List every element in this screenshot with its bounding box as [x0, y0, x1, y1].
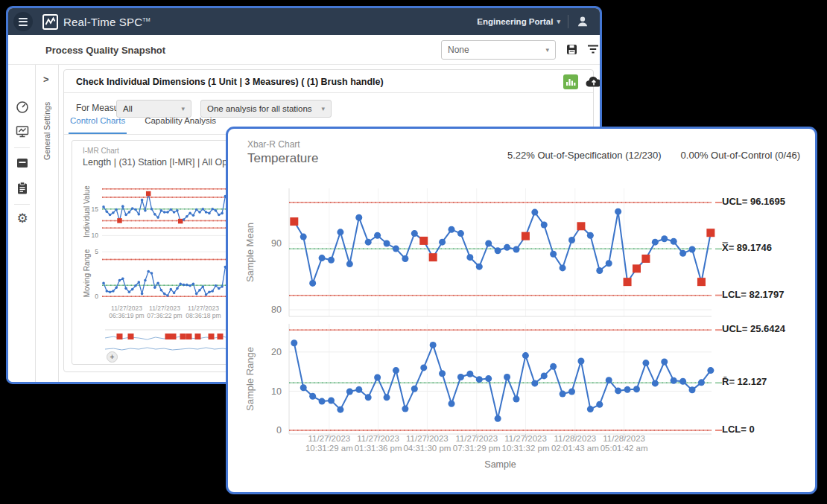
sidebar-item-settings-gear-icon[interactable]: ⚙: [15, 211, 30, 226]
svg-text:04:31:30 pm: 04:31:30 pm: [403, 444, 451, 453]
chart-detail-window: Xbar-R Chart Temperature 5.22% Out-of-Sp…: [226, 127, 817, 494]
svg-text:11/28/2023: 11/28/2023: [554, 434, 597, 443]
svg-text:11/27/2023: 11/27/2023: [111, 304, 142, 312]
caret-down-icon: ▾: [181, 105, 185, 112]
sidebar-item-storage-box[interactable]: [15, 156, 30, 170]
tab-capability-analysis[interactable]: Capability Analysis: [143, 116, 218, 134]
svg-text:0: 0: [95, 293, 98, 300]
navigator-zoom-button[interactable]: +: [107, 351, 118, 363]
svg-text:02:01:43 am: 02:01:43 am: [551, 444, 599, 453]
svg-text:11/27/2023: 11/27/2023: [149, 304, 180, 312]
svg-text:05:01:42 am: 05:01:42 am: [601, 444, 648, 453]
range-lcl-label: LCL= 0: [722, 424, 755, 435]
imr-chart-type-label: I-MR Chart: [83, 147, 119, 155]
measure-select[interactable]: All▾: [116, 100, 191, 118]
caret-down-icon: ▾: [557, 18, 560, 25]
hamburger-menu-icon[interactable]: [13, 12, 33, 31]
user-icon[interactable]: [576, 15, 589, 28]
sample-range-chart: 2010011/27/202310:31:29 am11/27/202301:3…: [228, 316, 815, 459]
screen: Real-Time SPCTM Engineering Portal ▾ Pro…: [0, 0, 827, 504]
svg-text:08:36:18 pm: 08:36:18 pm: [186, 312, 221, 319]
sidebar-item-process-monitor[interactable]: [15, 124, 30, 139]
trademark: TM: [142, 17, 150, 22]
tab-control-charts[interactable]: Control Charts: [69, 116, 127, 134]
sidebar-item-dashboard[interactable]: [15, 100, 30, 115]
svg-text:20: 20: [271, 347, 282, 357]
svg-text:11/27/2023: 11/27/2023: [455, 434, 498, 443]
panel-title: Check Individual Dimensions (1 Unit | 3 …: [76, 77, 384, 87]
page-title: Process Quality Snapshot: [45, 45, 165, 56]
general-settings-strip: > General Settings: [36, 65, 59, 382]
x-axis-title: Sample: [289, 459, 712, 470]
svg-text:90: 90: [271, 238, 282, 249]
toolbar: Process Quality Snapshot None ▾: [8, 35, 600, 65]
range-center-label: R̄= 12.127: [722, 376, 767, 387]
portal-selector[interactable]: Engineering Portal ▾: [477, 17, 560, 26]
svg-text:07:31:29 pm: 07:31:29 pm: [453, 444, 501, 453]
svg-text:11/28/2023: 11/28/2023: [603, 434, 645, 443]
caret-down-icon: ▾: [321, 105, 325, 112]
filter-icon[interactable]: [587, 44, 599, 55]
xbar-lcl-label: LCL= 82.1797: [722, 289, 784, 300]
sidebar-divider: [14, 204, 30, 205]
out-of-control-stat: 0.00% Out-of-Control (0/46): [681, 150, 800, 161]
svg-text:06:36:19 pm: 06:36:19 pm: [109, 312, 144, 319]
svg-text:11/27/2023: 11/27/2023: [406, 434, 449, 443]
cloud-export-icon[interactable]: [585, 75, 602, 89]
header-divider: [568, 15, 568, 28]
svg-text:11/27/2023: 11/27/2023: [504, 434, 547, 443]
xbar-center-label: X̿= 89.1746: [722, 242, 772, 253]
sidebar-item-clipboard[interactable]: [15, 181, 30, 196]
brand-logo-icon: [42, 14, 58, 30]
svg-text:01:31:36 pm: 01:31:36 pm: [355, 444, 402, 453]
svg-text:11/27/2023: 11/27/2023: [188, 304, 219, 312]
svg-text:11/27/2023: 11/27/2023: [357, 434, 399, 443]
svg-text:0: 0: [276, 425, 282, 436]
svg-text:80: 80: [271, 304, 282, 315]
chart-stats: 5.22% Out-of-Specification (12/230) 0.00…: [507, 150, 800, 161]
save-icon[interactable]: [565, 43, 578, 56]
chart-view-button[interactable]: [563, 74, 578, 89]
brand-name: Real-Time SPCTM: [63, 16, 150, 28]
svg-text:10:31:29 am: 10:31:29 am: [305, 444, 353, 453]
app-header: Real-Time SPCTM Engineering Portal ▾: [8, 8, 600, 35]
preset-select[interactable]: None ▾: [441, 40, 556, 60]
svg-text:5: 5: [95, 248, 98, 255]
xbar-chart-title: Temperature: [247, 151, 318, 166]
tab-bar: Control Charts Capability Analysis: [69, 116, 218, 134]
svg-text:10:31:32 pm: 10:31:32 pm: [502, 444, 550, 453]
general-settings-label: General Settings: [42, 71, 51, 160]
panel-header: Check Individual Dimensions (1 Unit | 3 …: [64, 70, 593, 93]
sidebar-divider: [14, 147, 30, 148]
svg-text:10: 10: [92, 232, 99, 239]
svg-text:11/27/2023: 11/27/2023: [308, 434, 351, 443]
svg-text:07:36:22 pm: 07:36:22 pm: [147, 312, 182, 319]
range-ucl-label: UCL= 25.6424: [722, 323, 785, 334]
bar-chart-icon: [565, 77, 576, 87]
xbar-chart-type-label: Xbar-R Chart: [247, 139, 300, 150]
icon-sidebar: ⚙: [8, 65, 36, 382]
out-of-spec-stat: 5.22% Out-of-Specification (12/230): [507, 150, 662, 161]
caret-down-icon: ▾: [545, 46, 549, 54]
svg-text:15: 15: [92, 205, 99, 213]
svg-text:10: 10: [271, 386, 282, 397]
analysis-mode-select[interactable]: One analysis for all stations▾: [200, 100, 332, 118]
xbar-ucl-label: UCL= 96.1695: [722, 196, 785, 207]
